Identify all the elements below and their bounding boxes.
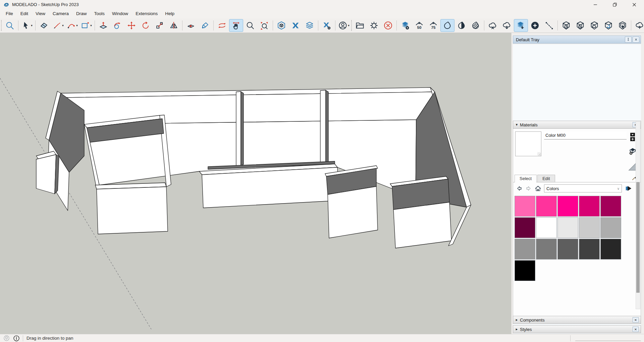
- color-swatch[interactable]: [579, 239, 600, 260]
- model-canvas[interactable]: [0, 33, 511, 334]
- menu-file[interactable]: File: [2, 9, 17, 18]
- tray-scrollbar[interactable]: [636, 121, 640, 309]
- color-swatch[interactable]: [515, 260, 535, 281]
- color-swatch[interactable]: [536, 239, 557, 260]
- dropdown-caret-icon[interactable]: ▾: [76, 24, 78, 27]
- cloud-remove-tool-icon[interactable]: [486, 19, 500, 32]
- tray-scrollbar-thumb[interactable]: [636, 182, 640, 293]
- box-cloud-tool-icon[interactable]: [587, 19, 601, 32]
- box-history-tool-icon[interactable]: [559, 19, 573, 32]
- menu-edit[interactable]: Edit: [17, 9, 32, 18]
- color-swatch[interactable]: [515, 239, 535, 260]
- toolbar-grip[interactable]: [1, 20, 2, 31]
- account-tool-icon[interactable]: ▾: [337, 19, 351, 32]
- settings-tool-icon[interactable]: [367, 19, 381, 32]
- scale-tool-icon[interactable]: [153, 19, 167, 32]
- cancel-red-tool-icon[interactable]: [381, 19, 395, 32]
- flip-tool-icon[interactable]: [167, 19, 181, 32]
- follow-me-tool-icon[interactable]: [110, 19, 124, 32]
- menu-tools[interactable]: Tools: [91, 9, 109, 18]
- preview-resize-grip[interactable]: [537, 152, 541, 156]
- open-folder-tool-icon[interactable]: [353, 19, 367, 32]
- home-icon[interactable]: [534, 184, 542, 192]
- cloud-add-tool-icon[interactable]: [633, 19, 644, 32]
- menu-camera[interactable]: Camera: [49, 9, 72, 18]
- measurements-input[interactable]: [575, 336, 641, 341]
- opacity-full-tool-icon[interactable]: [440, 19, 454, 32]
- menu-help[interactable]: Help: [161, 9, 178, 18]
- collapse-arrow-icon[interactable]: ▼: [515, 123, 520, 126]
- house-75-tool-icon[interactable]: 75: [426, 19, 440, 32]
- dropdown-caret-icon[interactable]: ▾: [90, 24, 92, 27]
- geolocation-icon[interactable]: [3, 335, 10, 342]
- color-swatch[interactable]: [557, 239, 578, 260]
- arc-tool-icon[interactable]: ▾: [65, 19, 79, 32]
- dropdown-caret-icon[interactable]: ▾: [62, 24, 64, 27]
- color-swatch[interactable]: [536, 196, 557, 217]
- model-viewport[interactable]: [0, 33, 511, 334]
- expand-arrow-icon[interactable]: ►: [515, 318, 520, 322]
- color-swatch[interactable]: [515, 217, 535, 238]
- forward-arrow-icon[interactable]: [525, 184, 533, 192]
- select-tool-icon[interactable]: ▾: [20, 19, 34, 32]
- materials-header[interactable]: ▼ Materials ✕: [513, 121, 641, 129]
- zoom-tool-icon[interactable]: [243, 19, 257, 32]
- expand-arrow-icon[interactable]: ►: [515, 328, 520, 331]
- 3d-warehouse-tool-icon[interactable]: [274, 19, 288, 32]
- paint-bucket-tool-icon[interactable]: [198, 19, 212, 32]
- minimize-button[interactable]: [586, 0, 605, 9]
- color-swatch[interactable]: [600, 239, 621, 260]
- house-50-tool-icon[interactable]: 50: [412, 19, 426, 32]
- opacity-half-tool-icon[interactable]: [454, 19, 469, 32]
- material-preview[interactable]: [515, 131, 541, 156]
- add-circle-tool-icon[interactable]: [528, 19, 542, 32]
- tab-select[interactable]: Select: [515, 175, 537, 182]
- color-swatch[interactable]: [515, 196, 535, 217]
- menu-window[interactable]: Window: [108, 9, 132, 18]
- pan-tool-icon[interactable]: [229, 19, 243, 32]
- credits-info-icon[interactable]: [13, 335, 20, 342]
- rotate-tool-icon[interactable]: [139, 19, 153, 32]
- details-arrow-icon[interactable]: [625, 184, 633, 192]
- color-swatch[interactable]: [579, 217, 600, 238]
- extension-warehouse-tool-icon[interactable]: [288, 19, 303, 32]
- dashed-line-tool-icon[interactable]: [542, 19, 556, 32]
- color-swatch[interactable]: [536, 217, 557, 238]
- color-swatch[interactable]: [579, 196, 600, 217]
- line-tool-icon[interactable]: ▾: [51, 19, 65, 32]
- components-header[interactable]: ► Components ✕: [513, 316, 641, 324]
- rectangle-tool-icon[interactable]: ▾: [79, 19, 93, 32]
- orbit-tool-icon[interactable]: [215, 19, 229, 32]
- search-tool-icon[interactable]: [3, 19, 17, 32]
- eraser-tool-icon[interactable]: [37, 19, 51, 32]
- material-name-field[interactable]: [544, 131, 627, 139]
- menu-extensions[interactable]: Extensions: [132, 9, 161, 18]
- tray-close-icon[interactable]: ✕: [633, 37, 639, 43]
- tray-header[interactable]: Default Tray ✕: [513, 36, 641, 44]
- color-swatch[interactable]: [600, 196, 621, 217]
- dropdown-caret-icon[interactable]: ▾: [31, 24, 33, 27]
- cloud-download-tool-icon[interactable]: [500, 19, 514, 32]
- tray-pin-icon[interactable]: [625, 37, 632, 43]
- push-pull-tool-icon[interactable]: [96, 19, 110, 32]
- menu-draw[interactable]: Draw: [72, 9, 91, 18]
- tab-edit[interactable]: Edit: [537, 175, 555, 182]
- components-close-icon[interactable]: ✕: [633, 317, 639, 323]
- position-camera-tool-icon[interactable]: [184, 19, 198, 32]
- share-model-tool-icon[interactable]: [303, 19, 317, 32]
- color-swatch[interactable]: [600, 217, 621, 238]
- layers-stack-tool-icon[interactable]: [398, 19, 412, 32]
- move-tool-icon[interactable]: [124, 19, 139, 32]
- collection-dropdown[interactable]: Colors ∨: [544, 184, 622, 192]
- close-button[interactable]: [625, 0, 644, 9]
- dropdown-caret-icon[interactable]: ▾: [348, 24, 350, 27]
- box-select-tool-icon[interactable]: [615, 19, 630, 32]
- styles-header[interactable]: ► Styles ✕: [513, 325, 641, 333]
- zoom-extents-tool-icon[interactable]: [257, 19, 271, 32]
- menu-view[interactable]: View: [32, 9, 49, 18]
- measurements-area[interactable]: [570, 334, 644, 342]
- color-swatch[interactable]: [557, 196, 578, 217]
- toolbar-grip[interactable]: [351, 20, 352, 31]
- model-3d-walls[interactable]: [36, 88, 471, 248]
- back-arrow-icon[interactable]: [515, 184, 523, 192]
